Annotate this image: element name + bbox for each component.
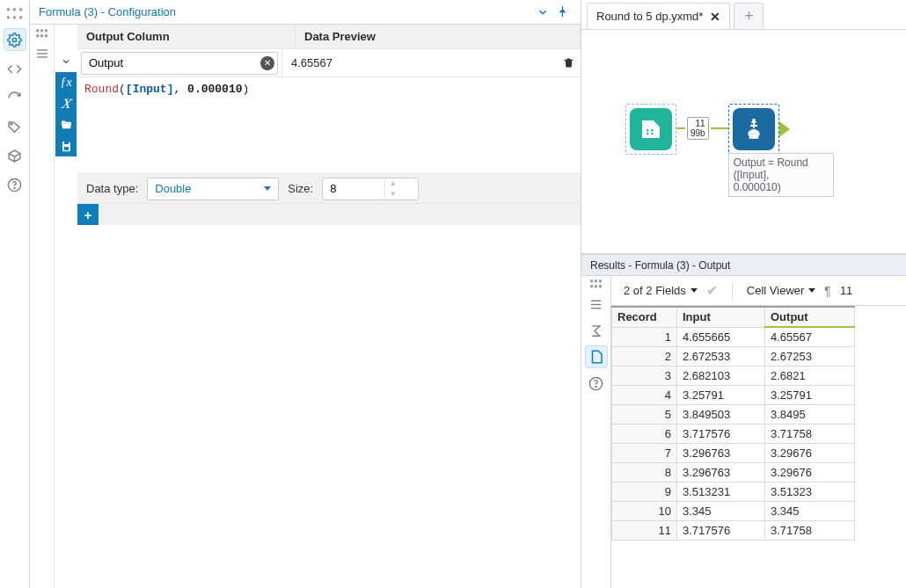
results-title: Results - Formula (3) - Output <box>581 255 906 276</box>
expand-row-icon[interactable] <box>55 51 77 72</box>
cell-output: 3.8495 <box>765 405 855 425</box>
input-tool-node[interactable] <box>625 104 676 155</box>
results-grid[interactable]: Record Input Output 14.6556654.6556722.6… <box>611 306 906 588</box>
workflow-tab[interactable]: Round to 5 dp.yxmd* ✕ <box>587 3 730 29</box>
expression-editor[interactable]: Round([Input], 0.000010) <box>77 77 581 174</box>
refresh-tab-icon[interactable] <box>4 86 26 109</box>
size-up-icon[interactable]: ▲ <box>385 178 400 189</box>
sum-view-icon[interactable] <box>585 319 608 342</box>
output-column-header: Output Column <box>77 25 296 48</box>
package-tab-icon[interactable] <box>4 144 26 167</box>
chevron-down-icon <box>690 288 698 293</box>
cell-output: 3.29676 <box>765 463 855 483</box>
close-tab-icon[interactable]: ✕ <box>710 10 720 24</box>
size-input[interactable] <box>323 182 384 195</box>
config-tab-icon[interactable] <box>4 28 26 51</box>
cell-record: 7 <box>612 444 677 463</box>
messages-view-icon[interactable] <box>585 293 608 316</box>
size-stepper[interactable]: ▲ ▼ <box>322 178 419 200</box>
size-down-icon[interactable]: ▼ <box>385 189 400 200</box>
output-column-input[interactable] <box>81 52 278 75</box>
svg-rect-8 <box>64 147 69 150</box>
right-side: Round to 5 dp.yxmd* ✕ + 11 99b <box>581 0 906 588</box>
fx-button[interactable]: ƒx <box>55 72 77 93</box>
xml-tab-icon[interactable] <box>4 57 26 80</box>
pin-button[interactable] <box>552 4 572 21</box>
delete-expression-icon[interactable] <box>556 56 581 69</box>
expression-toolbar: ●●●●●● <box>30 25 55 588</box>
open-button[interactable] <box>55 114 77 135</box>
whitespace-toggle-icon[interactable]: ¶ <box>824 284 831 298</box>
cell-input: 3.717576 <box>677 521 765 541</box>
cell-output: 3.71758 <box>765 425 855 444</box>
cell-record: 11 <box>612 521 677 541</box>
table-row[interactable]: 113.7175763.71758 <box>612 521 855 541</box>
badge-bytes: 99b <box>690 128 705 138</box>
table-row[interactable]: 53.8495033.8495 <box>612 405 855 425</box>
table-row[interactable]: 14.6556654.65567 <box>612 327 855 347</box>
config-title-bar: Formula (3) - Configuration <box>30 0 581 25</box>
table-row[interactable]: 93.5132313.51323 <box>612 483 855 502</box>
connection-badge: 11 99b <box>687 117 709 140</box>
data-preview-header: Data Preview <box>296 25 581 48</box>
connector[interactable]: 11 99b <box>676 104 728 153</box>
variable-button[interactable]: 𝑋 <box>55 93 77 114</box>
expression-side-buttons: ƒx 𝑋 <box>55 25 77 588</box>
svg-point-12 <box>651 129 654 132</box>
data-type-value: Double <box>155 182 191 195</box>
results-panel: Results - Formula (3) - Output ●●●●●● <box>581 254 906 588</box>
tool-annotation: Output = Round ([Input], 0.000010) <box>728 153 834 197</box>
help-tab-icon[interactable] <box>4 173 26 196</box>
cell-input: 3.513231 <box>677 483 765 502</box>
cell-input: 3.345 <box>677 502 765 521</box>
table-row[interactable]: 103.3453.345 <box>612 502 855 521</box>
add-expression-button[interactable]: + <box>77 204 99 225</box>
svg-rect-7 <box>64 141 69 143</box>
data-view-icon[interactable] <box>585 345 608 368</box>
chevron-down-icon <box>808 288 815 293</box>
apply-icon[interactable]: ✔ <box>706 282 718 299</box>
col-output[interactable]: Output <box>765 307 855 327</box>
viewer-dropdown[interactable]: Cell Viewer <box>747 284 816 297</box>
clear-output-column-icon[interactable]: ✕ <box>260 56 274 70</box>
cell-output: 2.6821 <box>765 367 855 386</box>
app-root: ● ● ●● ● ● Formula (3) - Configuration <box>0 0 906 588</box>
svg-point-3 <box>14 187 15 188</box>
list-view-icon[interactable] <box>32 43 53 64</box>
col-record[interactable]: Record <box>612 307 677 327</box>
formula-tool-node[interactable] <box>728 104 779 155</box>
svg-point-1 <box>11 122 12 124</box>
svg-point-13 <box>651 133 654 135</box>
svg-rect-9 <box>564 60 573 61</box>
save-button[interactable] <box>55 135 77 156</box>
configuration-pane: Formula (3) - Configuration ●●●●●● <box>30 0 581 588</box>
fields-dropdown[interactable]: 2 of 2 Fields <box>624 284 698 297</box>
table-row[interactable]: 32.6821032.6821 <box>612 367 855 386</box>
table-row[interactable]: 63.7175763.71758 <box>612 425 855 444</box>
left-tool-rail: ● ● ●● ● ● <box>0 0 30 588</box>
output-anchor-icon[interactable] <box>779 121 790 137</box>
data-type-dropdown[interactable]: Double <box>147 178 279 200</box>
cell-output: 3.345 <box>765 502 855 521</box>
cell-input: 3.296763 <box>677 444 765 463</box>
table-row[interactable]: 73.2967633.29676 <box>612 444 855 463</box>
cell-record: 5 <box>612 405 677 425</box>
new-tab-button[interactable]: + <box>734 3 764 29</box>
tag-tab-icon[interactable] <box>4 115 26 138</box>
workflow-tab-label: Round to 5 dp.yxmd* <box>596 10 703 23</box>
cell-output: 3.29676 <box>765 444 855 463</box>
collapse-button[interactable] <box>533 4 552 21</box>
workflow-canvas[interactable]: 11 99b Output = Round <box>581 30 906 254</box>
fields-summary: 2 of 2 Fields <box>624 284 686 297</box>
rail-grip-icon: ● ● ●● ● ● <box>6 5 23 21</box>
table-row[interactable]: 22.6725332.67253 <box>612 347 855 367</box>
cell-record: 4 <box>612 386 677 405</box>
formula-tool-icon <box>733 108 775 150</box>
input-tool-icon <box>630 108 672 150</box>
col-input[interactable]: Input <box>677 307 765 327</box>
cell-record: 2 <box>612 347 677 367</box>
results-help-icon[interactable] <box>585 372 608 395</box>
cell-input: 3.717576 <box>677 425 765 444</box>
table-row[interactable]: 83.2967633.29676 <box>612 463 855 483</box>
table-row[interactable]: 43.257913.25791 <box>612 386 855 405</box>
